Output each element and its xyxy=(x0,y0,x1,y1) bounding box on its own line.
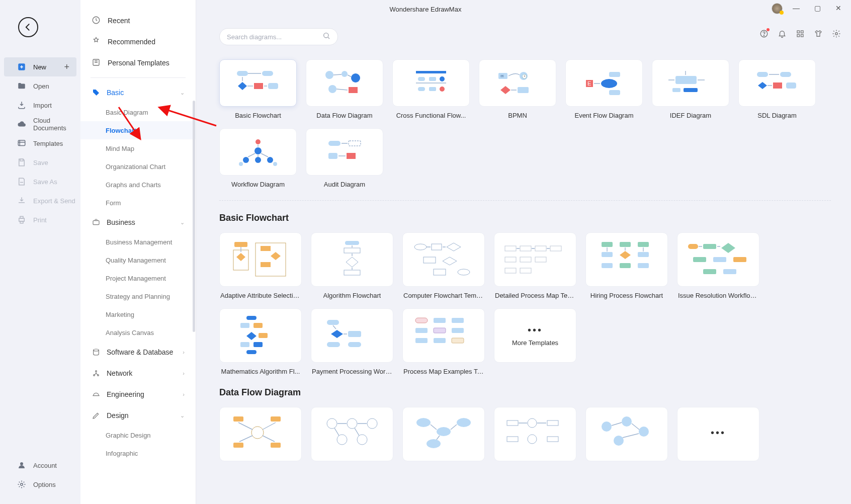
template-audit[interactable]: Audit Diagram xyxy=(306,128,383,188)
template-card[interactable]: Issue Resolution Workflow ... xyxy=(677,232,759,299)
search-box[interactable] xyxy=(219,28,338,45)
svg-point-209 xyxy=(614,436,624,446)
svg-rect-53 xyxy=(518,87,529,93)
more-templates-card[interactable]: •••More Templates xyxy=(494,308,576,375)
svg-rect-145 xyxy=(713,257,726,262)
template-card[interactable] xyxy=(494,407,576,474)
template-event-flow[interactable]: E Event Flow Diagram xyxy=(565,59,643,119)
nav-sub-biz-mgmt[interactable]: Business Management xyxy=(80,233,196,251)
rail-templates[interactable]: Templates xyxy=(4,134,76,153)
template-card[interactable]: Adaptive Attribute Selectio... xyxy=(219,232,302,299)
nav-sub-graphs[interactable]: Graphs and Charts xyxy=(80,176,196,194)
svg-rect-60 xyxy=(609,90,620,95)
svg-marker-101 xyxy=(346,257,358,267)
close-button[interactable]: ✕ xyxy=(828,0,849,16)
nav-cat-engineering[interactable]: Engineering › xyxy=(80,384,196,405)
more-templates-card[interactable]: ••• xyxy=(677,407,759,474)
nav-sub-graphic-design[interactable]: Graphic Design xyxy=(80,426,196,444)
svg-rect-156 xyxy=(246,350,257,354)
svg-rect-134 xyxy=(620,263,631,268)
svg-rect-178 xyxy=(233,443,243,448)
template-label: BPMN xyxy=(508,112,527,119)
pen-icon xyxy=(92,411,101,419)
template-card[interactable]: Detailed Process Map Tem... xyxy=(494,232,576,299)
svg-rect-179 xyxy=(271,443,281,448)
nav-sub-strategy[interactable]: Strategy and Planning xyxy=(80,287,196,305)
nav-sub-infographic[interactable]: Infographic xyxy=(80,444,196,462)
svg-line-176 xyxy=(238,423,252,430)
rail-new-plus-icon[interactable]: + xyxy=(64,62,69,72)
template-card[interactable] xyxy=(311,407,393,474)
svg-text:🕑: 🕑 xyxy=(522,73,528,79)
svg-rect-150 xyxy=(240,323,249,328)
template-idef[interactable]: IDEF Diagram xyxy=(652,59,729,119)
rail-templates-label: Templates xyxy=(33,140,63,147)
rail-new[interactable]: New + xyxy=(4,57,76,76)
svg-rect-172 xyxy=(452,338,464,343)
svg-rect-98 xyxy=(261,262,271,267)
nav-personal[interactable]: Personal Templates xyxy=(80,52,196,73)
nav-sub-analysis[interactable]: Analysis Canvas xyxy=(80,323,196,342)
svg-rect-159 xyxy=(348,331,361,337)
template-sdl[interactable]: SDL Diagram xyxy=(738,59,816,119)
svg-rect-167 xyxy=(415,328,428,333)
template-card[interactable]: Process Map Examples Te... xyxy=(402,308,485,375)
import-icon xyxy=(17,101,26,110)
nav-recommended[interactable]: Recommended xyxy=(80,31,196,52)
template-card[interactable] xyxy=(402,407,485,474)
svg-rect-135 xyxy=(638,263,649,268)
nav-scrollbar[interactable] xyxy=(193,101,195,332)
template-card[interactable]: Computer Flowchart Temp... xyxy=(402,232,485,299)
nav-cat-design[interactable]: Design ⌄ xyxy=(80,405,196,426)
svg-point-78 xyxy=(255,157,261,163)
rail-print: Print xyxy=(4,210,76,229)
template-card[interactable]: Algorithm Flowchart xyxy=(311,232,393,299)
nav-recommended-label: Recommended xyxy=(108,38,155,46)
rail-open[interactable]: Open xyxy=(4,76,76,96)
nav-cat-basic[interactable]: Basic ⌄ xyxy=(80,82,196,103)
minimize-button[interactable]: — xyxy=(786,0,807,16)
rail-cloud-label: Cloud Documents xyxy=(33,117,76,132)
nav-sub-org-chart[interactable]: Organizational Chart xyxy=(80,157,196,176)
search-input[interactable] xyxy=(227,33,322,41)
svg-rect-107 xyxy=(432,244,442,250)
search-icon[interactable] xyxy=(322,32,330,42)
nav-sub-marketing[interactable]: Marketing xyxy=(80,305,196,323)
svg-line-196 xyxy=(451,425,457,430)
nav-sub-quality[interactable]: Quality Management xyxy=(80,251,196,269)
template-card[interactable]: Mathematics Algorithm Fl... xyxy=(219,308,302,375)
template-card[interactable]: Hiring Process Flowchart xyxy=(585,232,668,299)
rail-options[interactable]: Options xyxy=(4,475,76,494)
template-bpmn[interactable]: ✉🕑 BPMN xyxy=(479,59,556,119)
nav-sub-basic-diagram[interactable]: Basic Diagram xyxy=(80,103,196,121)
nav-sub-form[interactable]: Form xyxy=(80,194,196,212)
template-workflow[interactable]: Workflow Diagram xyxy=(219,128,297,188)
template-data-flow[interactable]: Data Flow Diagram xyxy=(306,59,383,119)
maximize-button[interactable]: ▢ xyxy=(807,0,828,16)
window-controls: — ▢ ✕ xyxy=(786,0,849,16)
nav-cat-business[interactable]: Business ⌄ xyxy=(80,212,196,233)
plus-box-icon xyxy=(17,62,26,71)
rail-account[interactable]: Account xyxy=(4,456,76,475)
template-basic-flowchart[interactable]: Basic Flowchart xyxy=(219,59,297,119)
nav-recent[interactable]: Recent xyxy=(80,10,196,31)
svg-rect-116 xyxy=(520,246,531,251)
svg-rect-66 xyxy=(672,88,680,92)
back-button[interactable] xyxy=(18,17,38,37)
rail-import[interactable]: Import xyxy=(4,96,76,115)
template-cross-functional[interactable]: Cross Functional Flow... xyxy=(392,59,470,119)
svg-rect-67 xyxy=(757,72,768,77)
template-label: Event Flow Diagram xyxy=(574,112,633,119)
rail-cloud[interactable]: Cloud Documents xyxy=(4,115,76,134)
template-card[interactable] xyxy=(219,407,302,474)
nav-cat-software[interactable]: Software & Database › xyxy=(80,342,196,363)
nav-sub-mind-map[interactable]: Mind Map xyxy=(80,139,196,157)
nav-sub-flowchart[interactable]: Flowchart xyxy=(80,121,196,139)
svg-rect-154 xyxy=(240,342,249,347)
template-card[interactable] xyxy=(585,407,668,474)
nav-cat-network[interactable]: Network › xyxy=(80,363,196,384)
nav-sub-project[interactable]: Project Management xyxy=(80,269,196,287)
svg-rect-8 xyxy=(18,140,25,146)
svg-rect-111 xyxy=(423,257,436,263)
template-card[interactable]: Payment Processing Workf... xyxy=(311,308,393,375)
